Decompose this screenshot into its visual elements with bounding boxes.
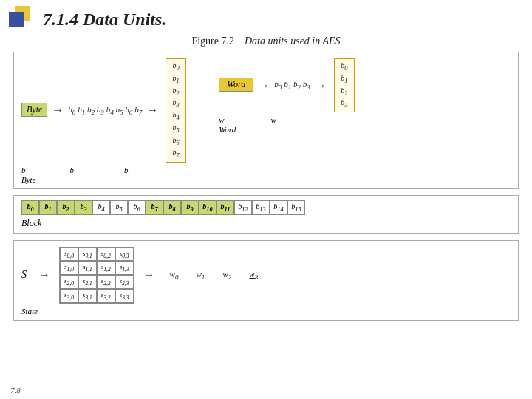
state-matrix: s0,0 s0,1 s0,2 s0,3 s1,0 s1,1 s1,2 s1,3 … [59,247,134,304]
block-cell-b7: b7 [146,200,163,215]
word-bits-column: b0 b1 b2 b3 [334,58,355,112]
page-title: 7.1.4 Data Units. [43,10,166,30]
block-cell-b10: b10 [199,200,216,215]
block-cells-row: b0 b1 b2 b3 b4 b5 b6 b7 b8 b9 b10 b11 b1… [21,200,511,215]
state-cell-13: s1,3 [115,261,134,275]
block-cell-b6: b6 [128,200,146,215]
state-cell-01: s0,1 [78,248,97,262]
byte-section-name: Byte [21,175,189,184]
block-cell-b5: b5 [110,200,128,215]
figure-label: Figure 7.2 [191,35,234,47]
word-w3: w3 [249,270,258,281]
state-cell-30: s3,0 [60,289,78,303]
state-box: S → s0,0 s0,1 s0,2 s0,3 s1,0 s1,1 s1,2 s… [13,240,519,321]
word-section-name: Word [219,125,358,134]
page-number: 7.8 [10,386,21,395]
state-cell-21: s2,1 [78,275,97,289]
state-cell-00: s0,0 [60,248,78,262]
byte-col-b-label: b [124,166,129,174]
figure-description: Data units used in AES [245,35,341,47]
byte-label: Byte [21,103,47,117]
logo-blue-square [9,12,24,27]
state-cell-23: s2,3 [115,275,134,289]
state-cell-10: s1,0 [60,261,78,275]
state-cell-02: s0,2 [97,248,115,262]
byte-arrow: → [52,103,64,117]
byte-bits-column: b0 b1 b2 b3 b4 b5 b6 b7 [166,58,186,163]
state-cell-33: s3,3 [115,289,134,303]
words-row: w0 w1 w2 w3 [170,268,259,282]
block-cell-b15: b15 [287,200,305,215]
state-cell-11: s1,1 [78,261,97,275]
word-w-label: w [219,115,224,124]
block-cell-b0: b0 [21,200,39,215]
state-cell-31: s3,1 [78,289,97,303]
state-label-below: State [21,307,511,316]
state-cell-22: s2,2 [97,275,115,289]
block-cell-b2: b2 [57,200,75,215]
block-cell-b12: b12 [234,200,252,215]
block-cell-b1: b1 [39,200,57,215]
state-cell-32: s3,2 [97,289,115,303]
byte-subsection: Byte → b0 b1 b2 b3 b4 b5 b6 b7 → b0 b1 b… [21,58,189,184]
word-arrow2: → [315,79,327,92]
state-arrow2: → [143,268,155,282]
word-subsection: Word → b0 b1 b2 b3 → b0 b1 b2 b3 w w [219,58,358,134]
state-cell-03: s0,3 [115,248,134,262]
block-cell-b9: b9 [181,200,199,215]
state-arrow: → [38,268,50,282]
state-s-label: S [21,269,27,281]
word-w-label2: w [271,115,276,124]
byte-b-label: b [21,166,26,174]
word-arrow: → [258,79,270,92]
byte-word-box: Byte → b0 b1 b2 b3 b4 b5 b6 b7 → b0 b1 b… [13,52,519,189]
word-w0: w0 [170,270,179,281]
logo [9,6,35,33]
byte-bits-inline: b0 b1 b2 b3 b4 b5 b6 b7 [68,105,142,116]
block-box: b0 b1 b2 b3 b4 b5 b6 b7 b8 b9 b10 b11 b1… [13,195,519,234]
block-cell-b14: b14 [270,200,287,215]
byte-arrow2: → [146,103,158,117]
block-cell-b3: b3 [75,200,92,215]
state-row: S → s0,0 s0,1 s0,2 s0,3 s1,0 s1,1 s1,2 s… [21,247,511,304]
state-cell-12: s1,2 [97,261,115,275]
word-w1: w1 [196,270,205,281]
word-w2: w2 [222,270,231,281]
header: 7.1.4 Data Units. [0,0,532,35]
block-cell-b13: b13 [252,200,270,215]
block-cell-b8: b8 [163,200,181,215]
block-cell-b4: b4 [92,200,110,215]
word-bits-inline: b0 b1 b2 b3 [274,80,310,91]
figure-title: Figure 7.2 Data units used in AES [0,35,532,47]
word-label: Word [219,78,253,92]
state-cell-20: s2,0 [60,275,78,289]
main-content: Byte → b0 b1 b2 b3 b4 b5 b6 b7 → b0 b1 b… [0,52,532,321]
byte-b-label2: b [70,166,75,174]
block-label: Block [21,218,511,229]
block-cell-b11: b11 [216,200,234,215]
